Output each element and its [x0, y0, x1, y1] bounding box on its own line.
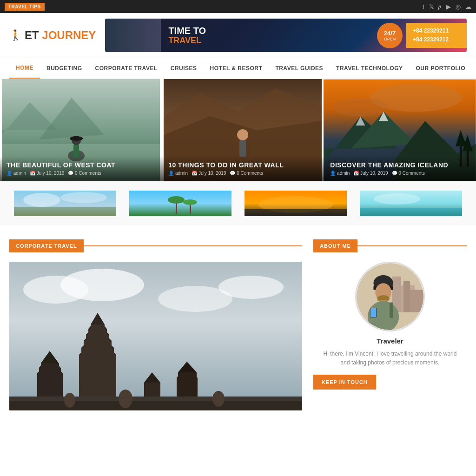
hero-comments-3: 💬 0 Comments	[392, 171, 425, 176]
svg-point-7	[70, 136, 83, 141]
pinterest-icon[interactable]: 𝒑	[438, 3, 442, 10]
logo-icon: 🚶	[9, 29, 22, 41]
hero-comments-1: 💬 0 Comments	[68, 171, 101, 176]
nav-cruises[interactable]: CRUISES	[164, 59, 204, 78]
svg-point-31	[168, 196, 185, 204]
hero-date-2: 📅 July 10, 2019	[192, 171, 226, 176]
keep-in-touch-button[interactable]: KEEP IN TOUCH	[313, 375, 376, 390]
svg-rect-29	[129, 191, 231, 216]
about-me-section: ABOUT ME	[313, 239, 467, 410]
hero-author-1: 👤 admin	[7, 171, 26, 176]
svg-rect-70	[9, 401, 302, 410]
top-bar: TRAVEL TIPS f 𝕏 𝒑 ▶ ◎ ☁	[0, 0, 476, 13]
facebook-icon[interactable]: f	[423, 3, 424, 10]
badge-247: 24/7	[384, 30, 396, 37]
svg-point-11	[237, 129, 248, 140]
about-avatar-container	[313, 262, 467, 331]
svg-rect-26	[14, 207, 116, 216]
hero-item-2[interactable]: 10 THINGS TO DO IN GREAT WALL 👤 admin 📅 …	[162, 79, 324, 181]
nav-our-portfolio[interactable]: OUR PORTFOLIO	[410, 59, 472, 78]
svg-point-39	[374, 193, 420, 205]
banner-badge: 24/7 OPEN	[377, 23, 403, 48]
about-me-header: ABOUT ME	[313, 239, 467, 252]
hero-title-1: THE BEAUTIFUL OF WEST COAT	[7, 161, 155, 169]
about-description: Hi there, I'm Vincent. I love travelling…	[313, 350, 467, 367]
nav-hotel-resort[interactable]: HOTEL & RESORT	[204, 59, 269, 78]
corporate-travel-header: CORPORATE TRAVEL	[9, 239, 302, 252]
temple-image	[9, 262, 302, 410]
logo[interactable]: 🚶 ET JOURNEY	[9, 29, 96, 42]
svg-rect-89	[370, 308, 376, 317]
phone2: +84 22329212	[413, 35, 460, 44]
svg-point-71	[119, 390, 132, 408]
corporate-travel-title: CORPORATE TRAVEL	[9, 239, 84, 252]
svg-point-15	[333, 98, 388, 116]
header: 🚶 ET JOURNEY TIME TO TRAVEL 24/7 OPEN +8…	[0, 13, 476, 58]
svg-point-73	[212, 391, 225, 407]
hero-meta-2: 👤 admin 📅 July 10, 2019 💬 0 Comments	[168, 171, 317, 176]
thumb-image-1	[9, 191, 121, 216]
instagram-icon[interactable]: ◎	[456, 3, 461, 10]
travel-tips-tag: TRAVEL TIPS	[5, 3, 45, 11]
hero-overlay-3: DISCOVER THE AMAZING ICELAND 👤 admin 📅 J…	[324, 156, 476, 181]
svg-rect-78	[403, 281, 410, 312]
thumbnail-3[interactable]	[240, 191, 351, 216]
logo-journey: JOURNEY	[39, 29, 96, 41]
svg-point-72	[64, 393, 75, 408]
svg-point-44	[218, 276, 284, 299]
svg-point-27	[23, 193, 60, 207]
thumbnail-4[interactable]	[355, 191, 467, 216]
hero-item-3[interactable]: DISCOVER THE AMAZING ICELAND 👤 admin 📅 J…	[324, 79, 476, 181]
svg-rect-79	[410, 290, 423, 312]
corporate-travel-image[interactable]	[9, 262, 302, 410]
hero-date-3: 📅 July 10, 2019	[353, 171, 388, 176]
banner-text: TIME TO TRAVEL	[161, 26, 377, 46]
nav-budgeting[interactable]: BUDGETING	[40, 59, 89, 78]
skype-icon[interactable]: ☁	[465, 3, 471, 10]
svg-rect-36	[245, 209, 347, 216]
avatar-image	[357, 263, 423, 330]
section-divider	[84, 245, 302, 246]
about-me-title: ABOUT ME	[313, 239, 357, 252]
keep-in-touch-container: KEEP IN TOUCH	[313, 375, 467, 390]
nav-travel-technology[interactable]: TRAVEL TECHNOLOGY	[330, 59, 409, 78]
thumb-image-2	[125, 191, 236, 216]
banner-line2: TRAVEL	[168, 36, 370, 46]
twitter-icon[interactable]: 𝕏	[429, 3, 434, 10]
thumb-image-3	[240, 191, 351, 216]
hero-comments-2: 💬 0 Comments	[230, 171, 263, 176]
nav-corporate-travel[interactable]: CORPORATE TRAVEL	[89, 59, 164, 78]
svg-rect-12	[239, 140, 246, 157]
nav-travel-guides[interactable]: TRAVEL GUIDES	[269, 59, 330, 78]
svg-rect-59	[39, 368, 61, 374]
hero-author-3: 👤 admin	[330, 171, 350, 176]
nav-home[interactable]: HOME	[9, 58, 40, 79]
youtube-icon[interactable]: ▶	[446, 3, 451, 10]
corporate-travel-section: CORPORATE TRAVEL	[9, 239, 302, 410]
thumbnail-2[interactable]	[125, 191, 236, 216]
navigation: HOME BUDGETING CORPORATE TRAVEL CRUISES …	[0, 58, 476, 79]
main-content: CORPORATE TRAVEL	[0, 225, 476, 424]
banner-line1: TIME TO	[168, 26, 370, 36]
svg-point-33	[183, 199, 197, 205]
hero-overlay-1: THE BEAUTIFUL OF WEST COAT 👤 admin 📅 Jul…	[0, 156, 162, 181]
logo-et: ET	[25, 29, 39, 41]
banner-phone: +84 22329211 +84 22329212	[406, 23, 467, 48]
svg-rect-38	[360, 208, 462, 216]
thumbnails-strip	[0, 181, 476, 225]
about-traveler-label: Traveler	[313, 337, 467, 345]
hero-title-3: DISCOVER THE AMAZING ICELAND	[330, 161, 469, 169]
svg-rect-53	[88, 329, 107, 336]
about-avatar	[355, 262, 425, 331]
phone1: +84 22329211	[413, 26, 460, 35]
hero-date-1: 📅 July 10, 2019	[30, 171, 64, 176]
hero-item-1[interactable]: THE BEAUTIFUL OF WEST COAT 👤 admin 📅 Jul…	[0, 79, 162, 181]
svg-rect-87	[390, 302, 393, 318]
thumbnail-1[interactable]	[9, 191, 121, 216]
header-banner: TIME TO TRAVEL 24/7 OPEN +84 22329211 +8…	[105, 19, 467, 52]
banner-image	[105, 19, 161, 52]
hero-meta-1: 👤 admin 📅 July 10, 2019 💬 0 Comments	[7, 171, 155, 176]
hero-section: THE BEAUTIFUL OF WEST COAT 👤 admin 📅 Jul…	[0, 79, 476, 181]
social-links: f 𝕏 𝒑 ▶ ◎ ☁	[423, 3, 471, 10]
badge-open: OPEN	[384, 37, 396, 41]
